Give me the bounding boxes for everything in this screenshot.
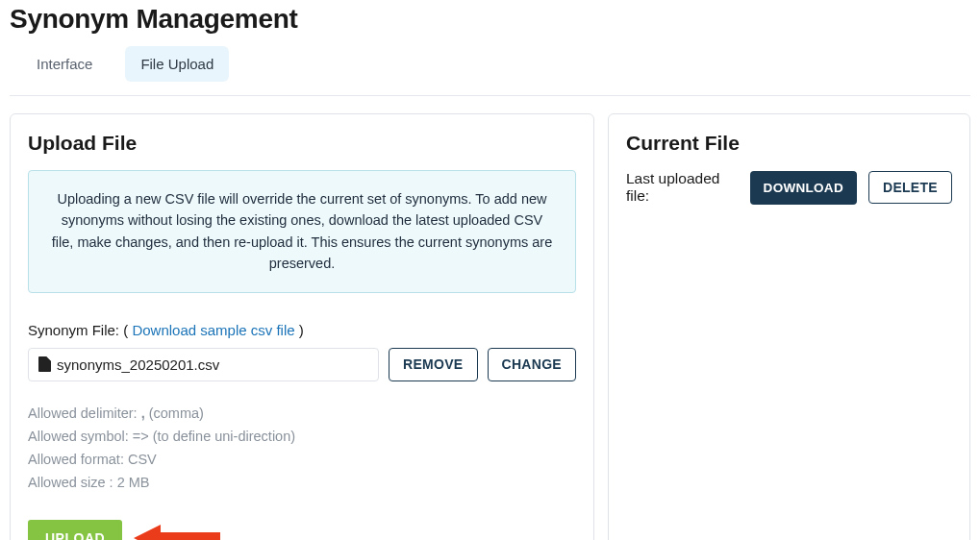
synonym-file-label-suffix: ): [295, 322, 304, 338]
synonym-file-label-prefix: Synonym File: (: [28, 322, 132, 338]
svg-marker-0: [134, 525, 220, 540]
hint-format: Allowed format: CSV: [28, 449, 576, 472]
change-button[interactable]: CHANGE: [488, 348, 576, 381]
file-icon: [38, 356, 51, 372]
page-title: Synonym Management: [10, 4, 970, 35]
tab-interface[interactable]: Interface: [21, 46, 108, 82]
pointer-arrow-icon: [134, 523, 220, 540]
hint-size: Allowed size : 2 MB: [28, 472, 576, 495]
upload-file-title: Upload File: [28, 132, 576, 155]
upload-file-card: Upload File Uploading a new CSV file wil…: [10, 113, 594, 540]
current-file-title: Current File: [626, 132, 952, 155]
last-uploaded-label: Last uploaded file:: [626, 170, 739, 205]
tab-file-upload[interactable]: File Upload: [125, 46, 229, 82]
delete-button[interactable]: DELETE: [868, 171, 952, 204]
remove-button[interactable]: REMOVE: [389, 348, 477, 381]
synonym-file-label: Synonym File: ( Download sample csv file…: [28, 322, 576, 338]
selected-file-name: synonyms_20250201.csv: [57, 356, 219, 373]
selected-file-display: synonyms_20250201.csv: [28, 348, 379, 381]
tabs: Interface File Upload: [10, 46, 970, 96]
hint-delimiter-label: Allowed delimiter:: [28, 405, 141, 421]
hint-delimiter: Allowed delimiter: , (comma): [28, 403, 576, 426]
download-button[interactable]: DOWNLOAD: [750, 171, 857, 205]
hint-delimiter-note: (comma): [145, 405, 204, 421]
upload-button[interactable]: UPLOAD: [28, 520, 122, 540]
download-sample-link[interactable]: Download sample csv file: [132, 322, 294, 338]
upload-hints: Allowed delimiter: , (comma) Allowed sym…: [28, 403, 576, 495]
hint-symbol: Allowed symbol: => (to define uni-direct…: [28, 426, 576, 449]
current-file-card: Current File Last uploaded file: DOWNLOA…: [608, 113, 970, 540]
upload-info-box: Uploading a new CSV file will override t…: [28, 170, 576, 293]
